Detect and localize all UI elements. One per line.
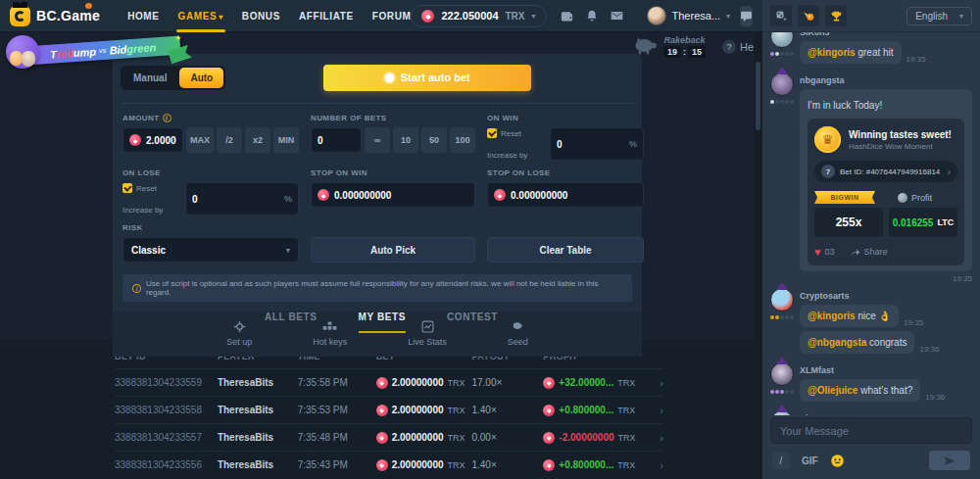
amount-min-button[interactable]: MIN bbox=[273, 127, 299, 153]
amount-half-button[interactable]: /2 bbox=[217, 127, 242, 153]
amount-double-button[interactable]: x2 bbox=[245, 127, 270, 153]
bet-id-pill[interactable]: 7 Bet ID: #4076447949916814 › bbox=[814, 161, 957, 182]
amount-max-button[interactable]: MAX bbox=[186, 127, 214, 153]
clear-table-button[interactable]: Clear Table bbox=[487, 237, 644, 263]
chat-toggle-button[interactable] bbox=[740, 6, 753, 26]
increase-by-label: Increase by bbox=[122, 206, 179, 215]
balance-dropdown[interactable]: ◆ 222.050004 TRX ▾ bbox=[411, 5, 546, 27]
bet-amount: 2.00000000 bbox=[392, 432, 444, 443]
trophy-icon[interactable] bbox=[825, 5, 847, 26]
chat-message: XLMfast @Oliejuice what's that? 19:36 bbox=[768, 362, 972, 406]
table-row[interactable]: 3388381304233557 TheresaBits 7:35:48 PM … bbox=[115, 423, 663, 451]
start-auto-bet-button[interactable]: Start auto bet bbox=[323, 65, 531, 91]
mention-link[interactable]: @nbgangsta bbox=[808, 337, 866, 348]
mention-link[interactable]: @kingoris bbox=[808, 47, 856, 58]
trx-coin-icon: ◆ bbox=[376, 377, 388, 389]
avatar[interactable] bbox=[770, 288, 794, 311]
player-name: TheresaBits bbox=[218, 405, 298, 415]
row-chevron-icon[interactable]: › bbox=[650, 459, 663, 471]
on-lose-reset-checkbox[interactable] bbox=[122, 183, 132, 193]
stop-on-win-input[interactable] bbox=[334, 190, 468, 201]
bet-id: 3388381304233556 bbox=[115, 459, 218, 470]
language-value: English bbox=[915, 11, 948, 22]
chat-input-wrap bbox=[770, 417, 972, 444]
bets-10-button[interactable]: 10 bbox=[393, 127, 418, 153]
bet-currency: TRX bbox=[448, 433, 466, 443]
spinner-icon bbox=[385, 73, 394, 82]
mention-link[interactable]: @kingoris bbox=[808, 311, 856, 321]
tab-all-bets[interactable]: ALL BETS bbox=[265, 311, 318, 333]
nav-link-home[interactable]: HOME bbox=[127, 11, 159, 22]
chat-bubble: I'm in luck Today! ♛ Winning tastes swee… bbox=[800, 89, 972, 271]
nav-link-games[interactable]: GAMES▾ bbox=[178, 11, 223, 22]
chat-username: SiK0n3 bbox=[800, 32, 972, 37]
fireball-icon[interactable] bbox=[798, 5, 819, 26]
emoji-button[interactable] bbox=[830, 454, 845, 468]
chat-header: English ▾ bbox=[762, 0, 980, 32]
like-count: 03 bbox=[825, 247, 835, 257]
mention-link[interactable]: @Oliejuice bbox=[808, 385, 858, 396]
table-row[interactable]: 3388381304233559 TheresaBits 7:35:58 PM … bbox=[115, 368, 663, 396]
number-of-bets-label: NUMBER OF BETS bbox=[311, 114, 475, 122]
promo-banner[interactable]: TredumpvsBidgreen ✦ bbox=[6, 33, 202, 71]
nav-link-forum[interactable]: FORUM bbox=[372, 11, 412, 22]
gif-button[interactable]: GIF bbox=[802, 455, 818, 466]
on-lose-increase-input[interactable] bbox=[192, 194, 284, 205]
logo-text: BC.Game bbox=[36, 8, 100, 24]
on-win-reset-checkbox[interactable] bbox=[487, 128, 497, 138]
row-chevron-icon[interactable]: › bbox=[650, 405, 663, 416]
nav-link-bonus[interactable]: BONUS bbox=[242, 11, 280, 22]
graffiti-icon[interactable] bbox=[770, 5, 792, 26]
bets-50-button[interactable]: 50 bbox=[421, 127, 447, 153]
on-lose-input-wrap: % bbox=[185, 182, 299, 216]
like-button[interactable]: ♥03 bbox=[814, 246, 835, 258]
mail-icon[interactable] bbox=[610, 9, 624, 23]
rakeback-label: Rakeback bbox=[664, 35, 706, 45]
avatar[interactable] bbox=[770, 362, 794, 386]
promo-ribbon: TredumpvsBidgreen bbox=[25, 36, 181, 66]
win-card-title: Winning tastes sweet! bbox=[849, 129, 952, 140]
logo[interactable]: BC.Game bbox=[10, 6, 100, 26]
avatar[interactable] bbox=[770, 72, 794, 96]
bet-amount: 2.00000000 bbox=[392, 459, 444, 470]
chevron-down-icon: ▾ bbox=[726, 12, 730, 21]
bets-infinity-button[interactable]: ∞ bbox=[365, 127, 390, 153]
row-chevron-icon[interactable]: › bbox=[650, 432, 663, 444]
user-badges bbox=[770, 315, 794, 319]
trx-coin-icon: ◆ bbox=[129, 134, 141, 146]
row-chevron-icon[interactable]: › bbox=[650, 377, 663, 389]
tab-my-bets[interactable]: MY BETS bbox=[359, 311, 406, 333]
avatar[interactable] bbox=[770, 410, 794, 415]
scrollbar-thumb[interactable] bbox=[756, 62, 760, 130]
risk-select[interactable]: Classic ▾ bbox=[122, 237, 299, 263]
slash-command-button[interactable]: / bbox=[772, 452, 790, 469]
chat-message: nbgangsta I'm in luck Today! ♛ Winning t… bbox=[768, 72, 972, 283]
wallet-icon[interactable] bbox=[560, 9, 574, 24]
chat-message-input[interactable] bbox=[780, 425, 962, 437]
bets-100-button[interactable]: 100 bbox=[450, 127, 475, 153]
amount-input[interactable] bbox=[146, 135, 176, 146]
share-button[interactable]: Share bbox=[851, 247, 888, 257]
fireball-icon bbox=[803, 10, 815, 23]
bc-logo-icon bbox=[10, 6, 30, 26]
number-of-bets-input[interactable] bbox=[318, 135, 355, 146]
trx-coin-icon: ◆ bbox=[376, 432, 388, 444]
on-win-increase-input[interactable] bbox=[557, 139, 629, 150]
avatar[interactable] bbox=[770, 32, 794, 48]
percent-suffix: % bbox=[284, 194, 292, 204]
stop-on-lose-input[interactable] bbox=[511, 190, 637, 201]
trx-coin-icon: ◆ bbox=[543, 432, 555, 444]
user-badges bbox=[770, 100, 794, 104]
send-button[interactable] bbox=[929, 451, 970, 470]
nav-link-affiliate[interactable]: AFFILIATE bbox=[299, 11, 354, 22]
user-menu[interactable]: Theresa... ▾ bbox=[647, 6, 731, 25]
rakeback-widget[interactable]: Rakeback 19 : 15 bbox=[633, 35, 706, 58]
table-row[interactable]: 3388381304233556 TheresaBits 7:35:43 PM … bbox=[115, 451, 663, 478]
language-select[interactable]: English ▾ bbox=[906, 7, 972, 25]
bet-time: 7:35:53 PM bbox=[298, 405, 376, 415]
table-row[interactable]: 3388381304233558 TheresaBits 7:35:53 PM … bbox=[115, 396, 663, 423]
tab-contest[interactable]: CONTEST bbox=[447, 311, 498, 333]
chat-username: SiK0n3 bbox=[800, 413, 972, 415]
bell-icon[interactable] bbox=[585, 9, 599, 24]
auto-pick-button[interactable]: Auto Pick bbox=[311, 237, 475, 263]
